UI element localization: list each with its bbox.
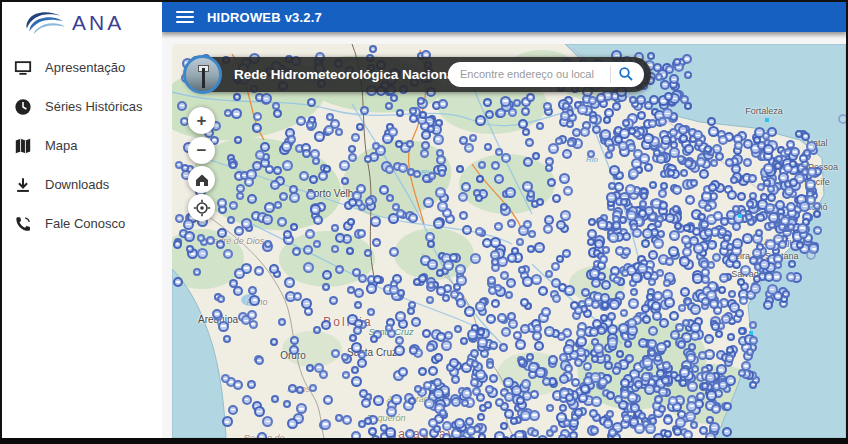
station-marker[interactable] bbox=[395, 311, 406, 322]
station-marker[interactable] bbox=[799, 154, 808, 163]
station-marker[interactable] bbox=[265, 165, 274, 174]
station-marker[interactable] bbox=[496, 108, 506, 118]
station-marker[interactable] bbox=[609, 299, 620, 310]
station-marker[interactable] bbox=[759, 259, 770, 270]
station-marker[interactable] bbox=[648, 119, 657, 128]
station-marker[interactable] bbox=[551, 278, 561, 288]
station-marker[interactable] bbox=[257, 432, 267, 438]
station-marker[interactable] bbox=[746, 348, 754, 356]
station-marker[interactable] bbox=[287, 418, 298, 429]
station-marker[interactable] bbox=[494, 174, 504, 184]
station-marker[interactable] bbox=[765, 239, 776, 250]
station-marker[interactable] bbox=[616, 350, 624, 358]
station-marker[interactable] bbox=[641, 239, 650, 248]
station-marker[interactable] bbox=[543, 102, 552, 111]
station-marker[interactable] bbox=[797, 223, 808, 234]
station-marker[interactable] bbox=[680, 95, 689, 104]
station-marker[interactable] bbox=[663, 415, 673, 425]
station-marker[interactable] bbox=[454, 418, 465, 429]
station-marker[interactable] bbox=[456, 298, 466, 308]
station-marker[interactable] bbox=[471, 360, 479, 368]
station-marker[interactable] bbox=[385, 427, 396, 438]
station-marker[interactable] bbox=[247, 194, 257, 204]
station-marker[interactable] bbox=[489, 341, 498, 350]
station-marker[interactable] bbox=[680, 287, 690, 297]
station-marker[interactable] bbox=[552, 194, 561, 203]
station-marker[interactable] bbox=[313, 215, 323, 225]
station-marker[interactable] bbox=[743, 139, 753, 149]
station-marker[interactable] bbox=[290, 336, 299, 345]
station-marker[interactable] bbox=[643, 133, 654, 144]
station-marker[interactable] bbox=[648, 326, 658, 336]
station-marker[interactable] bbox=[433, 134, 444, 145]
station-marker[interactable] bbox=[507, 219, 516, 228]
station-marker[interactable] bbox=[520, 298, 529, 307]
station-marker[interactable] bbox=[620, 198, 628, 206]
station-marker[interactable] bbox=[576, 328, 586, 338]
station-marker[interactable] bbox=[534, 341, 544, 351]
station-marker[interactable] bbox=[649, 417, 657, 425]
station-marker[interactable] bbox=[223, 249, 233, 259]
station-marker[interactable] bbox=[775, 200, 785, 210]
station-marker[interactable] bbox=[741, 361, 751, 371]
station-marker[interactable] bbox=[461, 388, 472, 399]
station-marker[interactable] bbox=[558, 434, 567, 438]
station-marker[interactable] bbox=[423, 381, 432, 390]
station-marker[interactable] bbox=[750, 283, 761, 294]
station-marker[interactable] bbox=[408, 397, 416, 405]
station-marker[interactable] bbox=[186, 245, 194, 253]
station-marker[interactable] bbox=[307, 98, 316, 107]
station-marker[interactable] bbox=[609, 165, 620, 176]
station-marker[interactable] bbox=[566, 120, 574, 128]
station-marker[interactable] bbox=[701, 297, 710, 306]
station-marker[interactable] bbox=[627, 318, 637, 328]
station-marker[interactable] bbox=[701, 382, 709, 390]
station-marker[interactable] bbox=[656, 342, 667, 353]
station-marker[interactable] bbox=[310, 204, 321, 215]
station-marker[interactable] bbox=[494, 431, 505, 438]
station-marker[interactable] bbox=[551, 262, 560, 271]
station-marker[interactable] bbox=[612, 366, 621, 375]
station-marker[interactable] bbox=[661, 376, 670, 385]
station-marker[interactable] bbox=[222, 416, 233, 427]
map-search-input[interactable] bbox=[450, 63, 602, 84]
station-marker[interactable] bbox=[409, 346, 418, 355]
station-marker[interactable] bbox=[644, 384, 655, 395]
station-marker[interactable] bbox=[370, 216, 381, 227]
station-marker[interactable] bbox=[735, 309, 744, 318]
station-marker[interactable] bbox=[339, 160, 350, 171]
station-marker[interactable] bbox=[789, 160, 797, 168]
station-marker[interactable] bbox=[679, 256, 690, 267]
station-marker[interactable] bbox=[589, 327, 599, 337]
station-marker[interactable] bbox=[648, 278, 656, 286]
station-marker[interactable] bbox=[436, 269, 444, 277]
station-marker[interactable] bbox=[625, 184, 636, 195]
station-marker[interactable] bbox=[223, 335, 231, 343]
station-marker[interactable] bbox=[342, 371, 350, 379]
station-marker[interactable] bbox=[711, 404, 721, 414]
station-marker[interactable] bbox=[218, 321, 229, 332]
station-marker[interactable] bbox=[720, 217, 729, 226]
station-marker[interactable] bbox=[535, 367, 546, 378]
station-marker[interactable] bbox=[737, 192, 746, 201]
station-marker[interactable] bbox=[569, 431, 578, 438]
locate-button[interactable] bbox=[188, 194, 215, 221]
station-marker[interactable] bbox=[684, 71, 692, 79]
station-marker[interactable] bbox=[269, 264, 279, 274]
station-marker[interactable] bbox=[688, 343, 696, 351]
station-marker[interactable] bbox=[227, 216, 235, 224]
station-marker[interactable] bbox=[590, 426, 599, 435]
station-marker[interactable] bbox=[604, 108, 614, 118]
station-marker[interactable] bbox=[405, 429, 415, 438]
station-marker[interactable] bbox=[497, 313, 507, 323]
station-marker[interactable] bbox=[385, 102, 393, 110]
station-marker[interactable] bbox=[559, 173, 570, 184]
station-marker[interactable] bbox=[173, 240, 182, 249]
station-marker[interactable] bbox=[433, 425, 441, 433]
station-marker[interactable] bbox=[254, 406, 265, 417]
station-marker[interactable] bbox=[608, 182, 616, 190]
station-marker[interactable] bbox=[293, 292, 302, 301]
station-marker[interactable] bbox=[296, 116, 306, 126]
station-marker[interactable] bbox=[408, 301, 416, 309]
station-marker[interactable] bbox=[762, 132, 770, 140]
